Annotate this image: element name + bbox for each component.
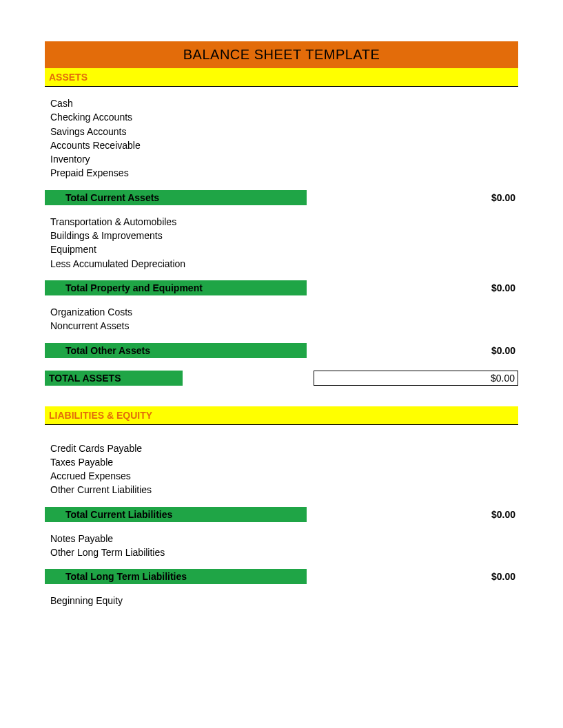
subtotal-value: $0.00: [307, 507, 518, 522]
document-title: BALANCE SHEET TEMPLATE: [45, 41, 518, 68]
section-header-liabilities-equity: LIABILITIES & EQUITY: [45, 406, 518, 425]
subtotal-value: $0.00: [307, 190, 518, 205]
line-item: Accrued Expenses: [50, 469, 518, 483]
property-equipment-items: Transportation & Automobiles Buildings &…: [45, 205, 518, 271]
subtotal-value: $0.00: [307, 343, 518, 358]
line-item: Other Current Liabilities: [50, 483, 518, 497]
subtotal-label: Total Current Assets: [45, 190, 307, 205]
subtotal-label: Total Long Term Liabilities: [45, 569, 307, 584]
line-item: Cash: [50, 96, 518, 110]
subtotal-current-liabilities: Total Current Liabilities $0.00: [45, 507, 518, 522]
line-item: Equipment: [50, 242, 518, 256]
line-item: Prepaid Expenses: [50, 166, 518, 180]
line-item: Credit Cards Payable: [50, 441, 518, 455]
total-assets-row: TOTAL ASSETS $0.00: [45, 371, 518, 386]
line-item: Savings Accounts: [50, 125, 518, 138]
line-item: Checking Accounts: [50, 110, 518, 124]
subtotal-value: $0.00: [307, 569, 518, 584]
total-assets-label: TOTAL ASSETS: [45, 371, 183, 386]
line-item: Noncurrent Assets: [50, 319, 518, 333]
subtotal-current-assets: Total Current Assets $0.00: [45, 190, 518, 205]
current-assets-items: Cash Checking Accounts Savings Accounts …: [45, 87, 518, 180]
line-item: Transportation & Automobiles: [50, 215, 518, 229]
line-item: Buildings & Improvements: [50, 229, 518, 242]
line-item: Less Accumulated Depreciation: [50, 257, 518, 271]
subtotal-other-assets: Total Other Assets $0.00: [45, 343, 518, 358]
equity-items: Beginning Equity: [45, 584, 518, 607]
total-assets-value: $0.00: [314, 371, 518, 386]
line-item: Organization Costs: [50, 305, 518, 319]
other-assets-items: Organization Costs Noncurrent Assets: [45, 295, 518, 333]
subtotal-label: Total Property and Equipment: [45, 280, 307, 295]
subtotal-value: $0.00: [307, 280, 518, 295]
subtotal-long-term-liabilities: Total Long Term Liabilities $0.00: [45, 569, 518, 584]
section-header-assets: ASSETS: [45, 68, 518, 87]
subtotal-label: Total Other Assets: [45, 343, 307, 358]
subtotal-label: Total Current Liabilities: [45, 507, 307, 522]
subtotal-property-equipment: Total Property and Equipment $0.00: [45, 280, 518, 295]
line-item: Notes Payable: [50, 532, 518, 545]
long-term-liabilities-items: Notes Payable Other Long Term Liabilitie…: [45, 522, 518, 560]
line-item: Beginning Equity: [50, 594, 518, 607]
line-item: Other Long Term Liabilities: [50, 545, 518, 559]
current-liabilities-items: Credit Cards Payable Taxes Payable Accru…: [45, 425, 518, 497]
line-item: Taxes Payable: [50, 455, 518, 469]
spacer: [183, 371, 314, 386]
line-item: Accounts Receivable: [50, 138, 518, 152]
line-item: Inventory: [50, 152, 518, 166]
